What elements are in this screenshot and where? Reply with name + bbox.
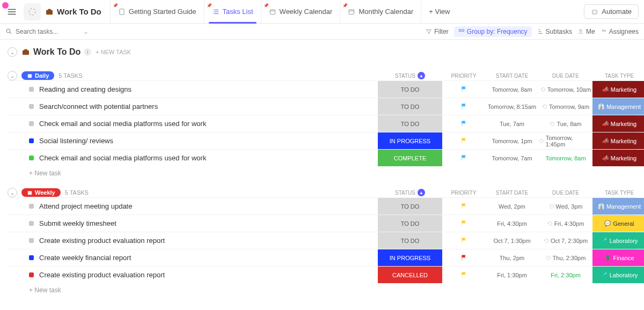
col-header-start[interactable]: START DATE xyxy=(485,73,539,79)
start-date-cell[interactable]: Tue, 7am xyxy=(485,115,539,132)
search-box[interactable]: ⌄ xyxy=(5,28,97,35)
task-row[interactable]: Attend project meeting update TO DO Wed,… xyxy=(8,197,636,215)
type-cell[interactable]: 👔Management xyxy=(592,98,644,115)
status-square-icon[interactable] xyxy=(29,221,34,226)
due-date-cell[interactable]: Thu, 2:30pm xyxy=(539,249,592,266)
new-task-button[interactable]: + NEW TASK xyxy=(96,49,131,55)
start-date-cell[interactable]: Fri, 4:30pm xyxy=(485,215,539,232)
type-cell[interactable]: 📣Marketing xyxy=(592,150,644,166)
due-date-cell[interactable]: Tomorrow, 1:45pm xyxy=(539,132,592,149)
due-date-cell[interactable]: Wed, 3pm xyxy=(539,198,592,215)
task-row[interactable]: Create existing product evaluation repor… xyxy=(8,266,636,283)
group-collapse-button[interactable]: ⌄ xyxy=(8,71,17,80)
col-header-due[interactable]: DUE DATE xyxy=(539,190,592,196)
status-cell[interactable]: COMPLETE xyxy=(378,150,442,166)
task-row[interactable]: Submit weekly timesheet TO DO Fri, 4:30p… xyxy=(8,215,636,232)
type-cell[interactable]: 👔Management xyxy=(592,198,644,215)
task-row[interactable]: Create existing product evaluation repor… xyxy=(8,232,636,249)
priority-cell[interactable] xyxy=(442,115,485,132)
status-square-icon[interactable] xyxy=(29,255,34,260)
priority-cell[interactable] xyxy=(442,98,485,115)
due-date-cell[interactable]: Oct 7, 2:30pm xyxy=(539,232,592,249)
status-square-icon[interactable] xyxy=(29,156,34,160)
me-button[interactable]: Me xyxy=(577,28,595,35)
priority-cell[interactable] xyxy=(442,132,485,149)
group-collapse-button[interactable]: ⌄ xyxy=(8,188,17,197)
priority-cell[interactable] xyxy=(442,249,485,266)
task-name[interactable]: Search/connect with potential partners xyxy=(39,102,158,110)
task-row[interactable]: Create weekly financial report IN PROGRE… xyxy=(8,249,636,266)
status-cell[interactable]: TO DO xyxy=(378,115,442,132)
due-date-cell[interactable]: Tomorrow, 8am xyxy=(539,150,592,166)
task-name[interactable]: Check email and social media platforms u… xyxy=(39,154,206,162)
priority-cell[interactable] xyxy=(442,215,485,232)
due-date-cell[interactable]: Tomorrow, 10am xyxy=(539,81,592,98)
priority-cell[interactable] xyxy=(442,267,485,283)
start-date-cell[interactable]: Wed, 2pm xyxy=(485,198,539,215)
status-cell[interactable]: TO DO xyxy=(378,198,442,215)
priority-cell[interactable] xyxy=(442,198,485,215)
col-header-due[interactable]: DUE DATE xyxy=(539,73,592,79)
start-date-cell[interactable]: Tomorrow, 8am xyxy=(485,81,539,98)
col-header-priority[interactable]: PRIORITY xyxy=(442,190,485,196)
task-row[interactable]: Social listening/ reviews IN PROGRESS To… xyxy=(8,132,636,149)
type-cell[interactable]: 📣Marketing xyxy=(592,115,644,132)
type-cell[interactable]: 💲Finance xyxy=(592,249,644,266)
status-cell[interactable]: TO DO xyxy=(378,232,442,249)
start-date-cell[interactable]: Tomorrow, 8:15am xyxy=(485,98,539,115)
subtasks-button[interactable]: Subtasks xyxy=(537,28,572,35)
task-name[interactable]: Check email and social media platforms u… xyxy=(39,120,206,128)
col-header-priority[interactable]: PRIORITY xyxy=(442,73,485,79)
col-header-start[interactable]: START DATE xyxy=(485,190,539,196)
priority-cell[interactable] xyxy=(442,150,485,166)
automate-button[interactable]: Automate xyxy=(584,4,639,19)
task-row[interactable]: Reading and creating designs TO DO Tomor… xyxy=(8,80,636,98)
status-square-icon[interactable] xyxy=(29,121,34,126)
group-chip[interactable]: Daily xyxy=(21,71,54,80)
status-square-icon[interactable] xyxy=(29,272,34,277)
group-chip[interactable]: Weekly xyxy=(21,188,61,197)
status-square-icon[interactable] xyxy=(29,104,34,109)
task-name[interactable]: Submit weekly timesheet xyxy=(39,219,116,227)
task-row[interactable]: Search/connect with potential partners T… xyxy=(8,98,636,115)
tab-getting-started[interactable]: 📌 Getting Started Guide xyxy=(110,0,204,24)
status-cell[interactable]: IN PROGRESS xyxy=(378,249,442,266)
task-name[interactable]: Create existing product evaluation repor… xyxy=(39,271,165,279)
type-cell[interactable]: 🧪Laboratory xyxy=(592,232,644,249)
task-name[interactable]: Create existing product evaluation repor… xyxy=(39,237,165,245)
type-cell[interactable]: 📣Marketing xyxy=(592,81,644,98)
add-task-button[interactable]: + New task xyxy=(8,166,636,180)
col-header-status[interactable]: STATUS▲ xyxy=(378,189,442,196)
due-date-cell[interactable]: Tomorrow, 9am xyxy=(539,98,592,115)
add-view-button[interactable]: + View xyxy=(421,0,457,24)
type-cell[interactable]: 💬General xyxy=(592,215,644,232)
status-square-icon[interactable] xyxy=(29,138,34,143)
filter-button[interactable]: Filter xyxy=(426,28,449,35)
col-header-type[interactable]: TASK TYPE xyxy=(592,73,644,79)
start-date-cell[interactable]: Tomorrow, 1pm xyxy=(485,132,539,149)
type-cell[interactable]: 🧪Laboratory xyxy=(592,267,644,283)
chevron-down-icon[interactable]: ⌄ xyxy=(83,28,89,35)
col-header-type[interactable]: TASK TYPE xyxy=(592,190,644,196)
status-square-icon[interactable] xyxy=(29,238,34,243)
due-date-cell[interactable]: Fri, 4:30pm xyxy=(539,215,592,232)
due-date-cell[interactable]: Fri, 2:30pm xyxy=(539,267,592,283)
add-task-button[interactable]: + New task xyxy=(8,283,636,297)
tab-monthly-calendar[interactable]: 📌 Monthly Calendar xyxy=(340,0,421,24)
status-cell[interactable]: TO DO xyxy=(378,215,442,232)
status-cell[interactable]: IN PROGRESS xyxy=(378,132,442,149)
start-date-cell[interactable]: Tomorrow, 7am xyxy=(485,150,539,166)
assignees-button[interactable]: Assignees xyxy=(601,28,639,35)
col-header-status[interactable]: STATUS▲ xyxy=(378,72,442,79)
start-date-cell[interactable]: Thu, 2pm xyxy=(485,249,539,266)
priority-cell[interactable] xyxy=(442,81,485,98)
search-input[interactable] xyxy=(16,28,80,35)
group-by-button[interactable]: Group by: Frequency xyxy=(454,26,532,37)
start-date-cell[interactable]: Fri, 1:30pm xyxy=(485,267,539,283)
menu-button[interactable] xyxy=(4,4,19,19)
tab-weekly-calendar[interactable]: 📌 Weekly Calendar xyxy=(261,0,340,24)
task-name[interactable]: Reading and creating designs xyxy=(39,85,131,93)
task-row[interactable]: Check email and social media platforms u… xyxy=(8,149,636,166)
task-name[interactable]: Attend project meeting update xyxy=(39,202,132,210)
status-cell[interactable]: CANCELLED xyxy=(378,267,442,283)
